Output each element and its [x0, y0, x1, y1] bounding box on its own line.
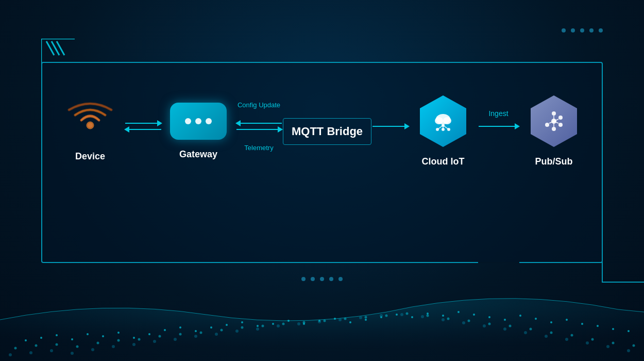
cloud-iot-icon: [420, 95, 466, 147]
svg-point-52: [396, 314, 398, 316]
dot-2: [571, 28, 575, 32]
svg-point-87: [406, 313, 409, 315]
svg-point-59: [504, 319, 506, 321]
svg-point-123: [503, 327, 506, 331]
gateway-dot-3: [206, 118, 212, 124]
svg-point-83: [324, 320, 326, 322]
svg-point-36: [148, 333, 150, 335]
svg-point-79: [241, 326, 244, 329]
gateway-dot-2: [195, 118, 201, 124]
svg-point-106: [153, 340, 156, 343]
svg-point-41: [226, 324, 228, 326]
svg-point-57: [473, 314, 475, 316]
mqtt-bridge-node: MQTT Bridge: [283, 118, 371, 145]
svg-point-49: [349, 321, 351, 323]
device-label: Device: [75, 151, 105, 162]
svg-point-66: [612, 328, 614, 330]
svg-point-20: [558, 123, 563, 127]
svg-point-89: [447, 318, 450, 320]
svg-point-38: [179, 326, 181, 329]
dot-4: [589, 28, 594, 32]
svg-point-100: [29, 351, 32, 354]
svg-point-85: [365, 316, 367, 319]
svg-point-21: [552, 127, 556, 131]
pubsub-label: Pub/Sub: [535, 156, 573, 167]
svg-point-96: [591, 338, 594, 341]
svg-point-60: [519, 315, 521, 317]
svg-point-108: [194, 335, 197, 338]
svg-point-31: [71, 338, 73, 340]
config-update-label: Config Update: [234, 101, 283, 109]
svg-point-78: [221, 329, 223, 332]
svg-point-63: [566, 319, 568, 321]
svg-point-69: [35, 344, 38, 347]
svg-point-127: [586, 341, 589, 344]
svg-point-114: [318, 320, 321, 323]
dot-5: [599, 28, 603, 32]
svg-point-116: [359, 316, 362, 319]
svg-point-40: [210, 326, 212, 329]
svg-point-53: [411, 316, 413, 318]
svg-point-19: [558, 116, 563, 120]
svg-point-82: [303, 321, 306, 324]
svg-point-54: [427, 313, 429, 315]
svg-point-122: [483, 324, 486, 327]
svg-point-94: [550, 332, 553, 334]
svg-point-34: [117, 332, 120, 334]
svg-point-117: [380, 314, 383, 317]
svg-point-33: [102, 335, 104, 337]
svg-point-28: [25, 339, 27, 341]
dots-top-right: [562, 28, 603, 32]
svg-point-119: [421, 315, 424, 318]
svg-point-50: [365, 319, 367, 321]
bottom-wave-decoration: // Generate dots in a wave pattern - don…: [0, 278, 644, 361]
gateway-label: Gateway: [179, 149, 217, 160]
svg-point-76: [179, 333, 182, 336]
svg-point-101: [50, 349, 53, 352]
device-node: Device: [57, 101, 124, 162]
svg-point-92: [509, 325, 512, 327]
svg-point-43: [257, 325, 259, 327]
svg-point-104: [112, 345, 115, 348]
svg-point-71: [76, 346, 79, 348]
svg-point-42: [241, 321, 243, 323]
svg-point-113: [297, 322, 300, 325]
svg-point-77: [200, 332, 202, 334]
svg-point-91: [488, 323, 491, 325]
svg-point-102: [71, 352, 74, 355]
svg-point-72: [97, 342, 99, 344]
svg-point-115: [338, 318, 342, 321]
svg-point-64: [581, 323, 583, 325]
svg-point-129: [627, 349, 630, 352]
svg-point-97: [612, 342, 615, 344]
svg-point-86: [385, 315, 388, 317]
mqtt-cloudiot-arrow: [371, 126, 410, 127]
svg-point-56: [457, 311, 460, 313]
svg-point-67: [628, 330, 630, 332]
svg-point-95: [571, 334, 573, 337]
cloudiot-pubsub-arrow: Ingest: [477, 126, 520, 127]
svg-point-58: [488, 316, 490, 318]
ingest-label: Ingest: [477, 109, 520, 118]
device-gateway-arrow: [124, 123, 162, 130]
svg-point-80: [262, 325, 264, 327]
svg-point-118: [400, 313, 403, 316]
svg-point-99: [9, 353, 12, 356]
gateway-mqtt-arrow: Config Update Telemetry: [234, 123, 283, 130]
svg-point-109: [215, 333, 218, 336]
svg-point-75: [159, 335, 161, 338]
svg-point-68: [14, 347, 17, 350]
gateway-node: Gateway: [162, 103, 234, 160]
svg-point-48: [334, 318, 336, 320]
svg-point-81: [282, 323, 285, 325]
svg-point-70: [56, 343, 58, 346]
svg-point-105: [132, 343, 135, 346]
svg-point-61: [535, 318, 537, 320]
svg-point-35: [133, 337, 135, 339]
svg-point-128: [606, 345, 609, 348]
gateway-dot-1: [185, 118, 191, 124]
dot-3: [580, 28, 584, 32]
svg-point-93: [530, 328, 532, 331]
svg-point-126: [565, 338, 568, 341]
svg-point-32: [87, 333, 89, 335]
